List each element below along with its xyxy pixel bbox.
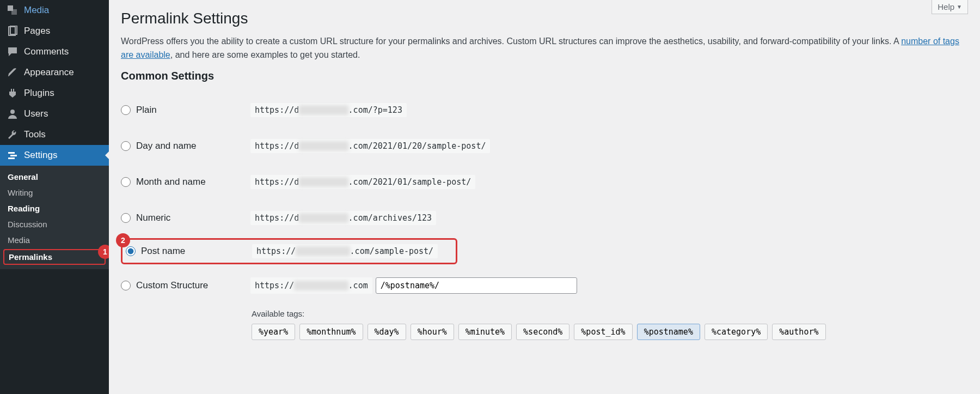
option-custom[interactable]: Custom Structure [121, 280, 241, 291]
chevron-down-icon: ▼ [957, 4, 962, 10]
available-tags-label: Available tags: [252, 309, 968, 318]
intro-text: WordPress offers you the ability to crea… [121, 35, 968, 62]
help-tab[interactable]: Help ▼ [932, 0, 968, 14]
option-numeric[interactable]: Numeric [121, 213, 241, 223]
sidebar-label: Users [24, 108, 48, 119]
sub-item-permalinks[interactable]: Permalinks 1 [3, 249, 106, 265]
sidebar-item-users[interactable]: Users [0, 104, 109, 124]
radio-numeric[interactable] [121, 213, 131, 223]
sidebar-item-comments[interactable]: Comments [0, 41, 109, 62]
sidebar-label: Settings [24, 150, 57, 161]
plugins-icon [7, 87, 19, 99]
option-custom-row: Custom Structure https://███████████.com [121, 266, 968, 305]
example-numeric: https://d██████████.com/archives/123 [250, 211, 436, 225]
radio-postname[interactable] [126, 246, 136, 256]
media-icon [7, 4, 19, 16]
sub-item-media[interactable]: Media [0, 232, 109, 248]
sub-item-reading[interactable]: Reading [0, 201, 109, 216]
example-monthname: https://d██████████.com/2021/01/sample-p… [250, 175, 475, 189]
example-dayname: https://d██████████.com/2021/01/20/sampl… [250, 139, 490, 153]
option-monthname-row: Month and name https://d██████████.com/2… [121, 164, 968, 200]
annotation-badge-2: 2 [116, 233, 130, 247]
opt-label-text: Numeric [136, 213, 170, 223]
opt-label-text: Plain [136, 105, 157, 116]
page-title: Permalink Settings [121, 0, 968, 35]
tag-btn-postname[interactable]: %postname% [637, 324, 700, 340]
section-heading: Common Settings [121, 70, 968, 82]
comments-icon [7, 46, 19, 58]
help-label: Help [938, 2, 954, 11]
tag-btn-monthnum[interactable]: %monthnum% [299, 324, 363, 340]
sub-item-label: Permalinks [9, 252, 52, 262]
sidebar-label: Tools [24, 129, 46, 140]
sidebar-label: Media [24, 5, 49, 16]
intro-part2: , and here are some examples to get you … [170, 50, 360, 59]
sidebar-item-appearance[interactable]: Appearance [0, 62, 109, 83]
svg-rect-1 [11, 9, 17, 15]
pages-icon [7, 25, 19, 37]
svg-rect-7 [8, 157, 15, 159]
tag-btn-day[interactable]: %day% [367, 324, 406, 340]
main-content: Help ▼ Permalink Settings WordPress offe… [109, 0, 980, 394]
option-postname-row: 2 Post name https://███████████.com/samp… [121, 238, 457, 264]
sidebar-label: Appearance [24, 67, 74, 78]
users-icon [7, 108, 19, 120]
sidebar-label: Pages [24, 26, 50, 37]
option-monthname[interactable]: Month and name [121, 177, 241, 187]
custom-structure-input[interactable] [376, 277, 577, 294]
opt-label-text: Month and name [136, 177, 206, 187]
opt-label-text: Custom Structure [136, 280, 208, 291]
option-dayname-row: Day and name https://d██████████.com/202… [121, 128, 968, 164]
sidebar-item-tools[interactable]: Tools [0, 124, 109, 145]
tag-list: %year%%monthnum%%day%%hour%%minute%%seco… [252, 324, 968, 340]
appearance-icon [7, 66, 19, 78]
tag-btn-author[interactable]: %author% [772, 324, 825, 340]
opt-label-text: Day and name [136, 141, 197, 151]
settings-icon [7, 149, 19, 161]
tag-btn-minute[interactable]: %minute% [458, 324, 512, 340]
tag-btn-post_id[interactable]: %post_id% [574, 324, 632, 340]
admin-sidebar: Media Pages Comments Appearance Plugins … [0, 0, 109, 394]
option-plain[interactable]: Plain [121, 105, 241, 116]
option-plain-row: Plain https://d██████████.com/?p=123 [121, 92, 968, 128]
sidebar-item-settings[interactable]: Settings [0, 145, 109, 166]
example-custom: https://███████████.com [250, 277, 577, 294]
opt-label-text: Post name [141, 246, 185, 257]
option-numeric-row: Numeric https://d██████████.com/archives… [121, 200, 968, 236]
svg-rect-6 [10, 155, 17, 156]
option-postname[interactable]: Post name [126, 246, 242, 257]
example-postname: https://███████████.com/sample-post/ [252, 244, 438, 258]
tag-btn-category[interactable]: %category% [705, 324, 768, 340]
sub-item-writing[interactable]: Writing [0, 185, 109, 201]
intro-part1: WordPress offers you the ability to crea… [121, 37, 901, 46]
example-plain: https://d██████████.com/?p=123 [250, 103, 407, 117]
radio-dayname[interactable] [121, 141, 131, 151]
sidebar-label: Comments [24, 46, 69, 57]
sidebar-item-media[interactable]: Media [0, 0, 109, 21]
tools-icon [7, 129, 19, 141]
sidebar-item-plugins[interactable]: Plugins [0, 83, 109, 104]
sidebar-item-pages[interactable]: Pages [0, 21, 109, 41]
tag-btn-second[interactable]: %second% [516, 324, 569, 340]
radio-monthname[interactable] [121, 177, 131, 187]
tag-btn-year[interactable]: %year% [252, 324, 295, 340]
svg-point-4 [10, 110, 15, 114]
option-dayname[interactable]: Day and name [121, 141, 241, 151]
sidebar-label: Plugins [24, 88, 54, 99]
settings-submenu: General Writing Reading Discussion Media… [0, 166, 109, 269]
radio-custom[interactable] [121, 281, 131, 290]
svg-rect-5 [8, 152, 15, 154]
sub-item-general[interactable]: General [0, 169, 109, 185]
sub-item-discussion[interactable]: Discussion [0, 216, 109, 232]
radio-plain[interactable] [121, 105, 131, 115]
tag-btn-hour[interactable]: %hour% [411, 324, 454, 340]
